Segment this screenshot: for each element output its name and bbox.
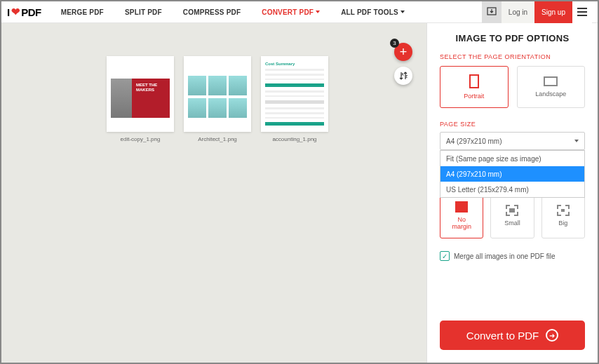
panel-title: IMAGE TO PDF OPTIONS (440, 33, 585, 43)
margin-row: No margin Small Big (440, 194, 585, 238)
orientation-label: SELECT THE PAGE ORIENTATION (440, 53, 585, 60)
download-icon[interactable] (482, 1, 502, 23)
page-size-dropdown-wrap: A4 (297x210 mm) Fit (Same page size as i… (440, 132, 585, 150)
thumbnail-3[interactable]: Cost Summary accounting_1.png (261, 56, 328, 142)
caret-icon (401, 11, 405, 13)
checkbox-icon: ✓ (440, 251, 450, 261)
heart-icon: ❤ (11, 6, 20, 18)
svg-text:A: A (401, 72, 404, 76)
dropdown-opt-fit[interactable]: Fit (Same page size as image) (440, 151, 584, 166)
options-panel: IMAGE TO PDF OPTIONS SELECT THE PAGE ORI… (426, 23, 598, 363)
portrait-label: Portrait (464, 93, 484, 100)
page-size-dropdown[interactable]: A4 (297x210 mm) (440, 132, 585, 150)
canvas-area: MEET THE MAKERS edit-copy_1.png Architec… (1, 23, 426, 363)
convert-label: Convert to PDF (466, 330, 539, 342)
fab-stack: 3 + AZ (394, 43, 412, 85)
caret-icon (316, 11, 320, 13)
arrow-circle-icon: ➜ (546, 329, 558, 342)
page-size-label: PAGE SIZE (440, 121, 585, 128)
orientation-portrait[interactable]: Portrait (440, 66, 509, 108)
nav-all-tools[interactable]: ALL PDF TOOLS (341, 8, 405, 16)
margin-big-icon (557, 205, 570, 216)
convert-button[interactable]: Convert to PDF ➜ (440, 321, 585, 350)
margin-big[interactable]: Big (541, 194, 585, 238)
login-button[interactable]: Log in (502, 1, 534, 23)
dropdown-opt-a4[interactable]: A4 (297x210 mm) (440, 166, 584, 182)
hamburger-icon[interactable] (572, 1, 592, 23)
sort-button[interactable]: AZ (394, 67, 412, 85)
logo-prefix: I (7, 6, 10, 18)
signup-button[interactable]: Sign up (534, 1, 572, 23)
add-button[interactable]: 3 + (394, 43, 412, 61)
margin-big-label: Big (558, 220, 567, 227)
thumb1-label: edit-copy_1.png (121, 136, 161, 142)
margin-none-label: No margin (452, 217, 471, 231)
portrait-icon (469, 74, 479, 88)
thumbnail-1[interactable]: MEET THE MAKERS edit-copy_1.png (107, 56, 174, 142)
thumb-page (184, 56, 251, 132)
nav-convert[interactable]: CONVERT PDF (262, 8, 320, 16)
orientation-landscape[interactable]: Landscape (517, 66, 586, 108)
landscape-label: Landscape (535, 90, 566, 97)
logo[interactable]: I ❤ PDF (7, 6, 41, 18)
margin-small[interactable]: Small (490, 194, 534, 238)
dropdown-opt-letter[interactable]: US Letter (215x279.4 mm) (440, 182, 584, 197)
thumb-page: Cost Summary (261, 56, 328, 132)
nav-split[interactable]: SPLIT PDF (125, 8, 162, 16)
dropdown-list: Fit (Same page size as image) A4 (297x21… (440, 150, 585, 198)
nav-merge[interactable]: MERGE PDF (61, 8, 104, 16)
nav-links: MERGE PDF SPLIT PDF COMPRESS PDF CONVERT… (61, 8, 405, 16)
nav-compress[interactable]: COMPRESS PDF (183, 8, 241, 16)
thumbnail-2[interactable]: Architect_1.png (184, 56, 251, 142)
thumb3-title: Cost Summary (265, 62, 324, 66)
merge-check-label: Merge all images in one PDF file (454, 252, 556, 260)
count-badge: 3 (390, 39, 399, 48)
thumbnail-row: MEET THE MAKERS edit-copy_1.png Architec… (107, 56, 328, 142)
dropdown-selected: A4 (297x210 mm) (446, 137, 502, 145)
orientation-row: Portrait Landscape (440, 66, 585, 108)
logo-suffix: PDF (21, 6, 41, 18)
top-navbar: I ❤ PDF MERGE PDF SPLIT PDF COMPRESS PDF… (1, 1, 598, 23)
margin-none-icon (455, 201, 468, 213)
margin-small-icon (506, 205, 518, 216)
merge-checkbox-row[interactable]: ✓ Merge all images in one PDF file (440, 251, 585, 261)
thumb2-label: Architect_1.png (198, 136, 237, 142)
margin-small-label: Small (504, 220, 520, 227)
caret-icon (574, 140, 579, 142)
margin-none[interactable]: No margin (440, 194, 483, 238)
thumb3-label: accounting_1.png (272, 136, 316, 142)
nav-convert-label: CONVERT PDF (262, 8, 314, 16)
svg-text:Z: Z (405, 74, 408, 79)
thumb1-text: MEET THE MAKERS (132, 79, 170, 118)
landscape-icon (544, 76, 558, 86)
thumb-page: MEET THE MAKERS (107, 56, 174, 132)
main-area: MEET THE MAKERS edit-copy_1.png Architec… (1, 23, 598, 363)
nav-all-label: ALL PDF TOOLS (341, 8, 398, 16)
topbar-right: Log in Sign up (482, 1, 592, 23)
